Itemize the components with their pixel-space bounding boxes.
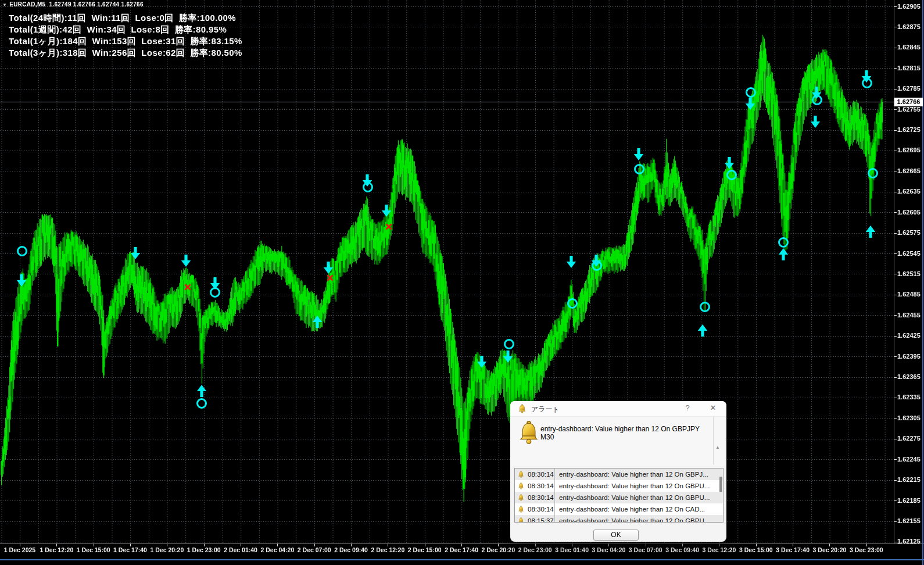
price-axis-label: 1.62335 [897,394,924,400]
alert-list-row[interactable]: 08:30:14entry-dashboard: Value higher th… [515,492,723,503]
bell-icon [518,494,524,501]
price-axis-label: 1.62785 [897,85,924,92]
alert-time: 08:30:14 [528,492,554,503]
time-axis-label: 1 Dec 17:40 [113,546,147,553]
price-axis-label: 1.62725 [897,126,924,133]
bell-icon [518,506,524,513]
signal-stats-panel: Total(24時間):11回 Win:11回 Lose:0回 勝率:100.0… [9,12,242,59]
price-chart-canvas[interactable] [0,0,924,565]
bell-icon [518,404,527,413]
price-axis-label: 1.62395 [897,353,924,360]
alert-bell-icon [518,420,540,445]
alert-message-area: entry-dashboard: Value higher than 12 On… [510,417,726,466]
time-axis-label: 1 Dec 15:00 [77,546,110,553]
time-axis-label: 3 Dec 17:40 [776,546,810,553]
alert-list-row[interactable]: 08:30:14entry-dashboard: Value higher th… [515,480,723,492]
alert-dialog-title: アラート [531,405,560,414]
price-axis-label: 1.62185 [897,497,924,504]
stats-line: Total(1週間):42回 Win:34回 Lose:8回 勝率:80.95% [9,24,242,35]
time-axis-label: 1 Dec 2025 [4,546,35,553]
time-axis-label: 1 Dec 23:00 [187,546,221,553]
alert-text: entry-dashboard: Value higher than 12 On… [554,480,716,492]
time-axis-label: 3 Dec 04:20 [592,546,626,553]
ok-button[interactable]: OK [593,530,639,541]
collapse-indicator-icon[interactable]: ▼ [2,2,7,8]
current-price-tag: 1.62766 [894,98,923,106]
stats-line: Total(24時間):11回 Win:11回 Lose:0回 勝率:100.0… [9,12,242,24]
symbol-quote-bar[interactable]: ▼EURCAD,M5 1.62749 1.62766 1.62744 1.627… [2,1,144,8]
alert-text: entry-dashboard: Value higher than 12 On… [554,492,716,503]
alert-time: 08:30:14 [528,503,554,515]
alert-time: 08:15:37 [528,515,554,523]
mt4-chart-window: ▼EURCAD,M5 1.62749 1.62766 1.62744 1.627… [0,0,924,565]
price-axis-label: 1.62245 [897,456,924,463]
price-axis-label: 1.62575 [897,229,924,236]
time-axis-label: 1 Dec 12:20 [40,546,73,553]
price-axis-label: 1.62845 [897,44,924,51]
time-axis-label: 3 Dec 15:00 [739,546,773,553]
symbol-ohlc-text: EURCAD,M5 1.62749 1.62766 1.62744 1.6276… [9,1,144,8]
bell-icon [518,471,524,478]
time-axis-label: 2 Dec 09:40 [334,546,368,553]
price-axis-label: 1.62425 [897,332,924,339]
time-axis-label: 2 Dec 20:20 [482,546,515,553]
time-axis-label: 2 Dec 04:20 [260,546,294,553]
alert-list-row[interactable]: 08:15:37entry-dashboard: Value higher th… [515,515,723,523]
price-axis-label: 1.62905 [897,3,924,10]
stats-line: Total(3ヶ月):318回 Win:256回 Lose:62回 勝率:80.… [9,47,242,59]
price-axis-label: 1.62605 [897,209,924,216]
price-axis-label: 1.62125 [897,538,924,545]
alert-text: entry-dashboard: Value higher than 12 On… [554,503,716,515]
time-axis-label: 2 Dec 17:40 [445,546,478,553]
alert-time: 08:30:14 [528,469,554,480]
alert-list-row[interactable]: 08:30:14entry-dashboard: Value higher th… [515,469,723,480]
stats-line: Total(1ヶ月):184回 Win:153回 Lose:31回 勝率:83.… [9,35,242,47]
alert-dialog: アラート ? ✕ entry-dashboard: Value higher t… [510,401,726,542]
price-axis-label: 1.62365 [897,373,924,380]
price-axis-label: 1.62875 [897,23,924,30]
alert-history-list: 08:30:14entry-dashboard: Value higher th… [514,468,724,523]
alert-time: 08:30:14 [528,480,554,492]
price-axis-label: 1.62275 [897,435,924,442]
alert-list-row[interactable]: 08:30:14entry-dashboard: Value higher th… [515,503,723,515]
bell-icon [518,482,524,489]
time-axis-label: 3 Dec 12:20 [703,546,736,553]
message-scroll-divider [713,417,714,464]
time-axis-label: 3 Dec 07:00 [629,546,662,553]
price-axis-label: 1.62695 [897,146,924,153]
time-axis-label: 3 Dec 01:40 [555,546,589,553]
price-axis-label: 1.62155 [897,517,924,524]
time-axis-label: 2 Dec 07:00 [298,546,331,553]
price-axis-label: 1.62755 [897,106,924,113]
time-axis-label: 3 Dec 09:40 [665,546,699,553]
time-axis-label: 2 Dec 12:20 [371,546,404,553]
bell-icon [518,517,524,523]
time-axis-label: 3 Dec 20:20 [813,546,847,553]
help-button[interactable]: ? [681,403,694,414]
time-axis-label: 1 Dec 20:20 [150,546,184,553]
price-axis-label: 1.62305 [897,414,924,421]
alert-message: entry-dashboard: Value higher than 12 On… [540,425,703,441]
alert-text: entry-dashboard: Value higher than 12 On… [554,469,716,480]
time-axis-label: 2 Dec 01:40 [224,546,257,553]
price-axis-label: 1.62515 [897,270,924,277]
close-button[interactable]: ✕ [707,403,719,414]
time-axis-label: 3 Dec 23:00 [850,546,883,553]
price-axis-label: 1.62635 [897,188,924,195]
list-scrollbar-thumb[interactable] [719,477,722,492]
price-axis-label: 1.62455 [897,312,924,319]
price-axis-label: 1.62545 [897,250,924,257]
price-axis-label: 1.62665 [897,167,924,174]
time-axis-label: 2 Dec 23:00 [518,546,552,553]
alert-dialog-titlebar[interactable]: アラート ? ✕ [510,401,726,417]
price-axis-label: 1.62815 [897,65,924,71]
price-axis-label: 1.62215 [897,476,924,483]
time-axis-label: 2 Dec 15:00 [408,546,442,553]
scroll-up-icon[interactable]: ▲ [714,445,722,450]
alert-text: entry-dashboard: Value higher than 12 On… [554,515,716,523]
price-axis-label: 1.62485 [897,291,924,298]
